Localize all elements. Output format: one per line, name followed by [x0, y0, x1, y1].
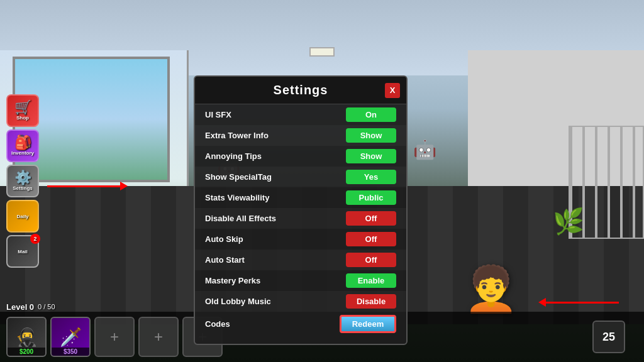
unit-cost-2: $350	[52, 348, 89, 356]
settings-header: Settings X	[195, 77, 406, 104]
settings-row-9: Old Lobby MusicDisable	[195, 291, 406, 312]
sidebar-item-inventory[interactable]: 🎒 Inventory	[6, 129, 39, 162]
settings-row-label-4: Stats Viewability	[205, 193, 269, 202]
settings-title: Settings	[274, 83, 328, 97]
settings-arrow	[47, 185, 123, 187]
shop-label: Shop	[16, 115, 29, 121]
settings-row-label-10: Codes	[205, 319, 230, 329]
player-character: 🧑‍🦱	[464, 263, 518, 315]
unit-slot-2[interactable]: 🗡️ $350	[50, 317, 91, 357]
close-button[interactable]: X	[385, 83, 400, 98]
settings-row-btn-2[interactable]: Show	[346, 149, 396, 163]
settings-row-4: Stats ViewabilityPublic	[195, 187, 406, 208]
npc-character-2: 🤖	[413, 138, 436, 160]
unit-icon-2: 🗡️	[60, 329, 82, 346]
settings-row-label-5: Disable All Effects	[205, 214, 276, 223]
settings-row-btn-1[interactable]: Show	[346, 128, 396, 143]
settings-row-label-1: Extra Tower Info	[205, 131, 269, 140]
slot-count: 0 / 50	[38, 303, 55, 310]
settings-row-3: Show SpecialTagYes	[195, 167, 406, 187]
settings-row-label-6: Auto Skip	[205, 234, 243, 244]
mail-label: Mail	[18, 249, 28, 255]
settings-row-btn-4[interactable]: Public	[346, 190, 396, 205]
sidebar-item-shop[interactable]: 🛒 Shop	[6, 94, 39, 127]
settings-row-0: UI SFXOn	[195, 104, 406, 125]
settings-row-label-7: Auto Start	[205, 255, 245, 265]
settings-row-btn-9[interactable]: Disable	[346, 294, 396, 309]
settings-row-label-0: UI SFX	[205, 110, 231, 119]
level-display: Level 0	[6, 302, 34, 312]
sidebar-item-settings[interactable]: ⚙️ Settings	[6, 165, 39, 197]
settings-row-5: Disable All EffectsOff	[195, 208, 406, 229]
settings-row-label-9: Old Lobby Music	[205, 297, 271, 306]
settings-panel: Settings X UI SFXOnExtra Tower InfoShowA…	[194, 75, 408, 345]
ceiling-light	[309, 47, 335, 57]
inventory-icon: 🎒	[14, 136, 31, 150]
settings-row-btn-3[interactable]: Yes	[346, 170, 396, 184]
unit-slot-1[interactable]: 🥷 $200	[6, 317, 47, 357]
add-unit-button-2[interactable]: +	[138, 317, 179, 357]
settings-label: Settings	[13, 185, 33, 191]
settings-row-btn-0[interactable]: On	[346, 107, 396, 122]
wave-display: 25	[592, 321, 625, 353]
settings-row-btn-10[interactable]: Redeem	[340, 315, 396, 333]
settings-row-btn-7[interactable]: Off	[346, 253, 396, 267]
mail-badge-count: 2	[30, 234, 40, 244]
settings-row-1: Extra Tower InfoShow	[195, 125, 406, 146]
settings-rows: UI SFXOnExtra Tower InfoShowAnnoying Tip…	[195, 104, 406, 336]
settings-row-6: Auto SkipOff	[195, 229, 406, 250]
settings-row-2: Annoying TipsShow	[195, 146, 406, 167]
sidebar: 🛒 Shop 🎒 Inventory ⚙️ Settings Daily Mai…	[6, 94, 39, 268]
sidebar-item-daily[interactable]: Daily	[6, 200, 39, 233]
daily-label: Daily	[16, 214, 28, 219]
shop-icon: 🛒	[14, 101, 31, 114]
settings-row-label-3: Show SpecialTag	[205, 172, 272, 182]
sidebar-item-mail[interactable]: Mail 2	[6, 235, 39, 268]
add-unit-button-1[interactable]: +	[94, 317, 135, 357]
settings-row-label-8: Mastery Perks	[205, 276, 260, 285]
settings-icon: ⚙️	[14, 171, 31, 185]
settings-row-btn-5[interactable]: Off	[346, 211, 396, 226]
unit-cost-1: $200	[8, 348, 45, 356]
settings-row-btn-6[interactable]: Off	[346, 232, 396, 246]
settings-row-label-2: Annoying Tips	[205, 151, 262, 161]
unit-icon-1: 🥷	[16, 329, 38, 346]
settings-row-10: CodesRedeem	[195, 312, 406, 336]
settings-row-7: Auto StartOff	[195, 250, 406, 270]
settings-row-btn-8[interactable]: Enable	[346, 273, 396, 288]
redeem-arrow	[543, 302, 619, 304]
inventory-label: Inventory	[11, 150, 34, 156]
plant-decoration: 🌿	[553, 207, 584, 236]
settings-row-8: Mastery PerksEnable	[195, 270, 406, 291]
